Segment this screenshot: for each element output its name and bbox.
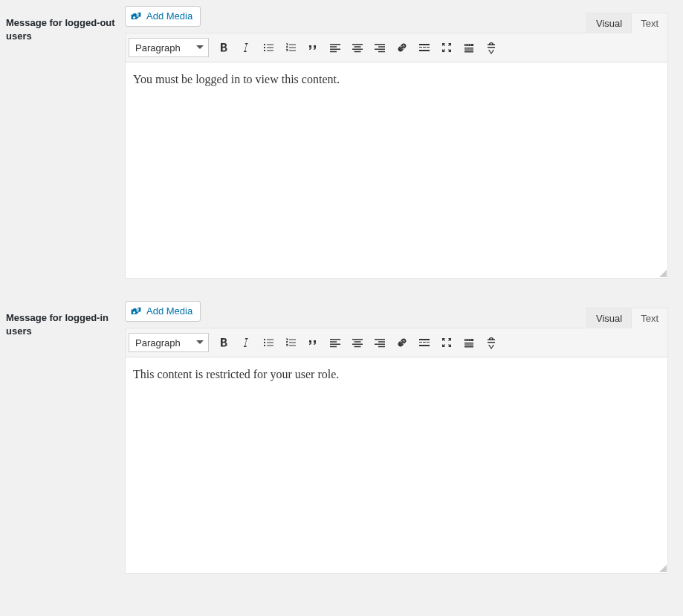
italic-button[interactable] (236, 332, 256, 353)
align-left-button[interactable] (325, 37, 346, 58)
format-select[interactable]: Paragraph (129, 38, 209, 57)
blockquote-icon (305, 40, 320, 55)
fullscreen-icon (439, 40, 454, 55)
field-label: Message for logged-out users (6, 6, 125, 43)
align-center-button[interactable] (347, 332, 368, 353)
editor-toolbar: Paragraph (126, 33, 667, 62)
bold-icon (216, 40, 231, 55)
editor-wrap: Add Media Visual Text Paragraph (125, 6, 668, 279)
align-center-button[interactable] (347, 37, 368, 58)
editor-tabs: Visual Text (586, 13, 668, 33)
bold-icon (216, 335, 231, 350)
align-right-button[interactable] (369, 332, 390, 353)
align-right-button[interactable] (369, 37, 390, 58)
toolbar-toggle-icon (462, 40, 476, 55)
field-row-logged-in: Message for logged-in users Add Media Vi… (6, 301, 668, 574)
fullscreen-button[interactable] (436, 37, 457, 58)
readmore-button[interactable] (414, 332, 435, 353)
wpforms-icon (484, 335, 499, 350)
toolbar-toggle-button[interactable] (459, 37, 479, 58)
numbered-list-icon (283, 40, 298, 55)
editor-topbar: Add Media Visual Text (125, 6, 668, 33)
editor-wrap: Add Media Visual Text Paragraph (125, 301, 668, 574)
link-button[interactable] (392, 37, 412, 58)
bullet-list-icon (261, 40, 276, 55)
align-left-button[interactable] (325, 332, 346, 353)
editor-topbar: Add Media Visual Text (125, 301, 668, 328)
camera-music-icon (130, 10, 142, 22)
resize-handle[interactable] (657, 268, 667, 278)
tab-visual[interactable]: Visual (586, 308, 632, 328)
editor-tabs: Visual Text (586, 308, 668, 328)
camera-music-icon (130, 305, 142, 317)
field-label: Message for logged-in users (6, 301, 125, 338)
add-media-label: Add Media (146, 305, 192, 318)
editor-text: You must be logged in to view this conte… (133, 73, 660, 86)
add-media-button[interactable]: Add Media (125, 6, 201, 27)
align-left-icon (328, 40, 343, 55)
wpforms-button[interactable] (481, 37, 502, 58)
editor-content-area[interactable]: This content is restricted for your user… (126, 357, 667, 573)
toolbar-toggle-button[interactable] (459, 332, 479, 353)
numbered-list-button[interactable] (280, 37, 301, 58)
readmore-icon (417, 335, 432, 350)
italic-icon (239, 40, 253, 55)
bold-button[interactable] (213, 332, 234, 353)
blockquote-button[interactable] (302, 37, 323, 58)
wpforms-icon (484, 40, 499, 55)
align-left-icon (328, 335, 343, 350)
wpforms-button[interactable] (481, 332, 502, 353)
fullscreen-button[interactable] (436, 332, 457, 353)
numbered-list-button[interactable] (280, 332, 301, 353)
blockquote-button[interactable] (302, 332, 323, 353)
add-media-button[interactable]: Add Media (125, 301, 201, 322)
format-select[interactable]: Paragraph (129, 333, 209, 352)
numbered-list-icon (283, 335, 298, 350)
blockquote-icon (305, 335, 320, 350)
field-row-logged-out: Message for logged-out users Add Media V… (6, 6, 668, 279)
link-icon (395, 40, 410, 55)
resize-handle[interactable] (657, 562, 667, 573)
bold-button[interactable] (213, 37, 234, 58)
align-center-icon (350, 40, 365, 55)
editor-container: Paragraph This content is restricted for… (125, 328, 668, 574)
tab-text[interactable]: Text (632, 13, 668, 33)
align-right-icon (372, 40, 387, 55)
editor-container: Paragraph You must be logged in to view … (125, 33, 668, 279)
bullet-list-button[interactable] (258, 37, 279, 58)
link-icon (395, 335, 410, 350)
bullet-list-icon (261, 335, 276, 350)
add-media-label: Add Media (146, 10, 192, 23)
align-center-icon (350, 335, 365, 350)
italic-button[interactable] (236, 37, 256, 58)
link-button[interactable] (392, 332, 412, 353)
editor-content-area[interactable]: You must be logged in to view this conte… (126, 62, 667, 278)
italic-icon (239, 335, 253, 350)
tab-visual[interactable]: Visual (586, 13, 632, 33)
tab-text[interactable]: Text (632, 308, 668, 328)
editor-toolbar: Paragraph (126, 328, 667, 357)
editor-text: This content is restricted for your user… (133, 368, 660, 381)
bullet-list-button[interactable] (258, 332, 279, 353)
align-right-icon (372, 335, 387, 350)
fullscreen-icon (439, 335, 454, 350)
readmore-icon (417, 40, 432, 55)
toolbar-toggle-icon (462, 335, 476, 350)
readmore-button[interactable] (414, 37, 435, 58)
